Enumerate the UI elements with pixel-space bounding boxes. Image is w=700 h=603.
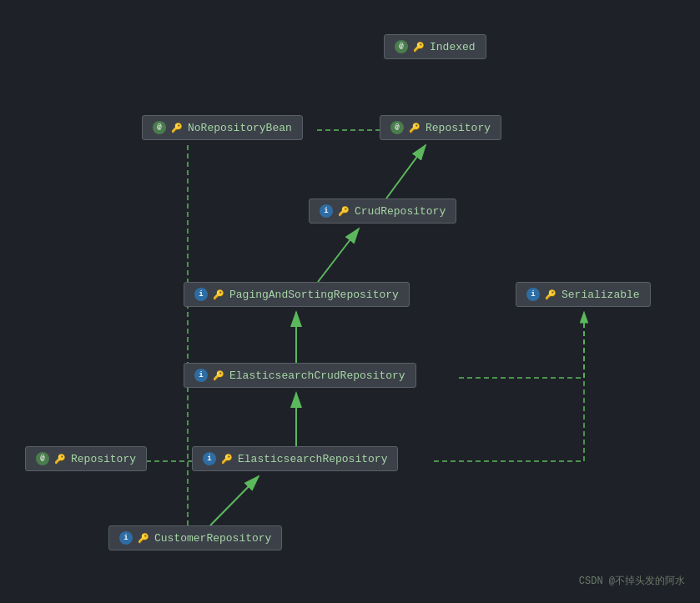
i-icon-pagingandsorting: i <box>194 288 208 301</box>
key-icon-esrepo: 🔑 <box>221 454 233 465</box>
label-indexed: Indexed <box>430 41 476 53</box>
watermark: CSDN @不掉头发的阿水 <box>579 574 685 588</box>
i-icon-esrepo: i <box>203 452 216 465</box>
node-elasticsearchrepository[interactable]: i 🔑 ElasticsearchRepository <box>192 446 398 471</box>
node-customerrepository[interactable]: i 🔑 CustomerRepository <box>108 525 282 550</box>
key-icon-serializable: 🔑 <box>545 289 556 300</box>
key-icon-norepositorybean: 🔑 <box>171 123 183 133</box>
diagram-container: @ 🔑 Indexed @ 🔑 NoRepositoryBean @ 🔑 Rep… <box>0 0 700 603</box>
label-serializable: Serializable <box>562 289 640 301</box>
key-icon-customerrepo: 🔑 <box>138 533 149 544</box>
i-icon-crudrepository: i <box>320 204 333 218</box>
key-icon-repository-left: 🔑 <box>54 454 66 465</box>
label-repository-top: Repository <box>426 122 491 134</box>
node-elasticsearchcrudrepository[interactable]: i 🔑 ElasticsearchCrudRepository <box>184 363 416 388</box>
key-icon-escrudrepo: 🔑 <box>213 370 224 381</box>
svg-line-4 <box>318 229 359 282</box>
i-icon-customerrepo: i <box>119 531 133 545</box>
at-icon-norepositorybean: @ <box>153 121 166 134</box>
svg-line-7 <box>210 476 259 525</box>
key-icon-crudrepository: 🔑 <box>338 206 350 217</box>
key-icon-indexed: 🔑 <box>413 42 425 53</box>
node-serializable[interactable]: i 🔑 Serializable <box>516 282 651 307</box>
node-repository-left[interactable]: @ 🔑 Repository <box>25 446 147 471</box>
label-escrudrepo: ElasticsearchCrudRepository <box>229 369 405 382</box>
label-norepositorybean: NoRepositoryBean <box>188 122 292 134</box>
svg-line-3 <box>386 145 426 198</box>
node-pagingandsortingrepository[interactable]: i 🔑 PagingAndSortingRepository <box>184 282 410 307</box>
node-indexed[interactable]: @ 🔑 Indexed <box>384 34 486 59</box>
i-icon-serializable: i <box>526 288 540 301</box>
label-pagingandsorting: PagingAndSortingRepository <box>229 289 399 301</box>
key-icon-repository-top: 🔑 <box>409 123 421 133</box>
at-icon-repository-left: @ <box>36 452 49 465</box>
node-crudrepository[interactable]: i 🔑 CrudRepository <box>309 198 456 224</box>
node-repository-top[interactable]: @ 🔑 Repository <box>380 115 501 140</box>
label-repository-left: Repository <box>71 453 136 465</box>
label-esrepo: ElasticsearchRepository <box>238 453 387 465</box>
label-crudrepository: CrudRepository <box>355 205 446 218</box>
at-icon-indexed: @ <box>395 40 408 53</box>
at-icon-repository-top: @ <box>390 121 404 134</box>
key-icon-pagingandsorting: 🔑 <box>213 289 224 300</box>
i-icon-escrudrepo: i <box>194 369 208 382</box>
label-customerrepo: CustomerRepository <box>154 532 271 545</box>
node-norepositorybean[interactable]: @ 🔑 NoRepositoryBean <box>142 115 303 140</box>
